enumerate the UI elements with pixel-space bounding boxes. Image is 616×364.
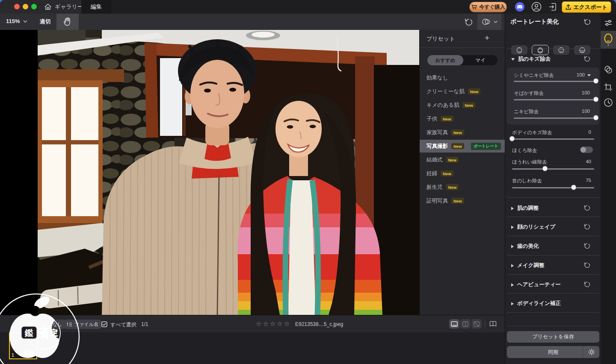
- watermark-char-tei: 定: [50, 329, 58, 337]
- history-tool[interactable]: [601, 96, 616, 109]
- expand-icon: [511, 207, 514, 210]
- section-makeup[interactable]: メイク調整: [511, 262, 544, 269]
- reset-section-icon[interactable]: [583, 242, 590, 249]
- preset-item[interactable]: 新生児New: [420, 181, 505, 194]
- slider-thumb[interactable]: [593, 115, 599, 120]
- slider-thumb[interactable]: [542, 166, 548, 171]
- close-window-button[interactable]: [14, 4, 20, 9]
- compare-view-button[interactable]: [477, 14, 501, 30]
- save-preset-button[interactable]: プリセットを保存: [507, 331, 599, 343]
- face-tool-blemish[interactable]: [532, 45, 548, 55]
- preset-item[interactable]: 効果なし: [420, 71, 505, 84]
- expand-icon: [511, 245, 514, 248]
- face-tool-makeup[interactable]: [574, 45, 590, 55]
- section-body-line[interactable]: ボディライン補正: [511, 300, 561, 307]
- mole-removal-toggle[interactable]: [580, 147, 593, 153]
- star-icon[interactable]: ☆: [277, 320, 284, 327]
- slider-track[interactable]: [512, 187, 594, 188]
- adjustments-tool[interactable]: [601, 17, 616, 29]
- reset-panel-icon[interactable]: [583, 18, 590, 25]
- minimize-window-button[interactable]: [23, 4, 28, 9]
- buy-now-button[interactable]: 今すぐ購入: [469, 2, 507, 12]
- side-by-side-view-button[interactable]: [488, 319, 498, 329]
- star-icon[interactable]: ☆: [256, 320, 263, 327]
- star-icon[interactable]: ☆: [270, 320, 277, 327]
- divider: [583, 346, 583, 358]
- star-icon[interactable]: ☆: [284, 320, 291, 327]
- slider-value: 0: [589, 129, 591, 135]
- account-icon[interactable]: [531, 2, 542, 12]
- slider-thumb[interactable]: [509, 136, 515, 141]
- preset-panel: プリセット + おすすめ マイ 効果なし クリーミーな肌New キメのある肌Ne…: [419, 30, 505, 315]
- slider-track[interactable]: [514, 81, 596, 82]
- select-all-label: すべて選択: [110, 321, 136, 329]
- zoom-level-dropdown[interactable]: 115%: [6, 18, 27, 24]
- fit-view-button[interactable]: 適切: [40, 18, 51, 26]
- reset-section-icon[interactable]: [583, 223, 590, 230]
- tab-gallery[interactable]: ギャラリー: [56, 0, 81, 14]
- photo-canvas[interactable]: [0, 30, 419, 315]
- section-skin-adjust[interactable]: 肌の調整: [511, 205, 539, 212]
- tab-my-presets[interactable]: マイ: [463, 55, 498, 65]
- face-mask-icon: [578, 47, 586, 53]
- sign-in-icon[interactable]: [548, 2, 557, 12]
- before-after-view-button[interactable]: [460, 319, 471, 329]
- face-tool-skin[interactable]: [511, 45, 527, 55]
- discord-icon[interactable]: [515, 2, 525, 12]
- section-face-reshape[interactable]: 顔のリシェイプ: [511, 223, 555, 231]
- preset-item[interactable]: 家族写真New: [420, 126, 505, 139]
- edit-toolbar: 115% 適切: [0, 14, 505, 30]
- preset-panel-title: プリセット: [426, 35, 455, 43]
- preset-item[interactable]: 子供New: [420, 112, 505, 125]
- expand-icon: [511, 302, 514, 305]
- sync-button[interactable]: 同期: [507, 346, 599, 358]
- export-button[interactable]: エクスポート: [562, 1, 611, 13]
- slider-track[interactable]: [512, 138, 594, 140]
- preset-item[interactable]: キメのある肌New: [420, 99, 505, 112]
- undo-icon[interactable]: [464, 18, 472, 26]
- slider-track[interactable]: [514, 117, 596, 119]
- hand-tool-button[interactable]: [56, 14, 79, 30]
- book-view-icon: [489, 321, 497, 327]
- preset-item-selected[interactable]: 写真撮影New ポートレート: [420, 140, 505, 153]
- preset-item[interactable]: 結婚式New: [420, 153, 505, 166]
- zoom-window-button[interactable]: [31, 4, 37, 9]
- reset-section-icon[interactable]: [583, 261, 590, 268]
- preset-item[interactable]: 妊婦New: [420, 167, 505, 180]
- select-all-checkbox[interactable]: [101, 321, 107, 327]
- preset-item[interactable]: 証明写真New: [420, 194, 505, 207]
- reset-section-icon[interactable]: [583, 281, 590, 288]
- reset-section-icon[interactable]: [583, 55, 590, 62]
- portrait-tool-active[interactable]: [601, 31, 616, 49]
- reset-section-icon[interactable]: [583, 204, 590, 211]
- slider-thumb[interactable]: [593, 97, 599, 102]
- split-compare-button[interactable]: [471, 319, 482, 329]
- section-hair-beauty[interactable]: ヘアビューティー: [511, 281, 561, 288]
- face-blemish-icon: [536, 47, 544, 53]
- slider-track[interactable]: [512, 168, 594, 170]
- portrait-face-icon: [604, 33, 613, 46]
- add-preset-button[interactable]: +: [485, 33, 489, 43]
- divider: [485, 320, 485, 328]
- tab-edit[interactable]: 編集: [81, 0, 111, 14]
- effects-tool[interactable]: [601, 63, 616, 76]
- strip-divider: [604, 89, 612, 90]
- section-skin-blemish[interactable]: 肌のキズ除去: [511, 56, 551, 63]
- value-dropdown-icon[interactable]: [587, 74, 591, 76]
- star-rating[interactable]: ☆☆☆☆☆: [256, 320, 291, 328]
- filmstrip-view-button[interactable]: [449, 319, 459, 329]
- slider-thumb[interactable]: [571, 185, 577, 190]
- home-icon[interactable]: [44, 3, 52, 11]
- gear-icon[interactable]: [588, 349, 595, 355]
- star-icon[interactable]: ☆: [263, 320, 270, 327]
- crop-tool[interactable]: [601, 81, 616, 94]
- window-controls-area: ギャラリー: [0, 0, 81, 14]
- tab-recommended[interactable]: おすすめ: [427, 55, 463, 65]
- slider-thumb[interactable]: [593, 78, 599, 84]
- preset-item[interactable]: クリーミーな肌New: [420, 85, 505, 98]
- slider-track[interactable]: [514, 99, 596, 100]
- section-teeth[interactable]: 歯の美化: [511, 243, 539, 250]
- face-tool-reshape[interactable]: [553, 45, 569, 55]
- slider-label: 首のしわ除去: [512, 178, 542, 184]
- portrait-beautify-panel: ポートレート美化: [505, 14, 601, 364]
